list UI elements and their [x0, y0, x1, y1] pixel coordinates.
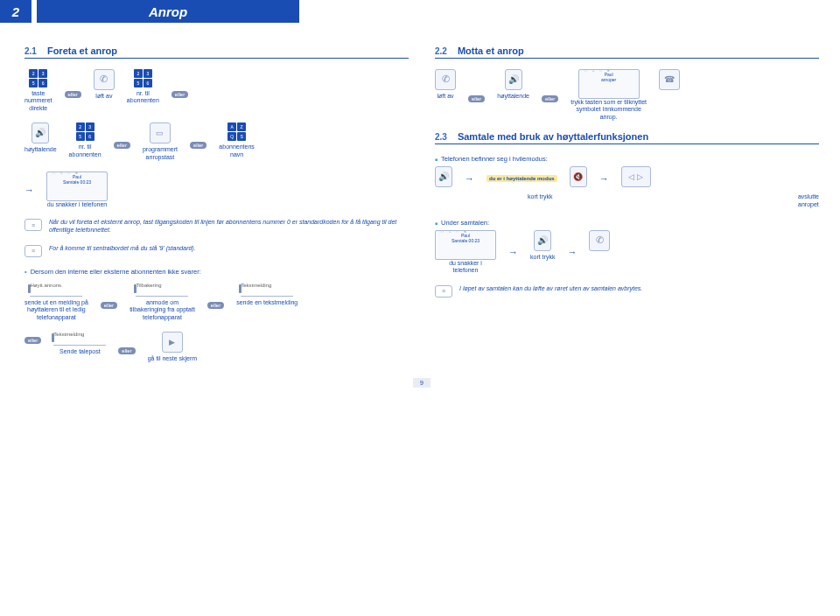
- incoming-phone: [659, 69, 680, 93]
- softkey-1: Høytt.annons. sende ut en melding på høy…: [24, 283, 88, 321]
- section-title: Foreta et anrop: [47, 46, 117, 56]
- softkey-label: Tekstmelding: [241, 283, 293, 297]
- screen-display-2: ∩ ▵ ○ ● Paul Samtale 00:23 du snakker i …: [435, 230, 496, 275]
- lcd-line2: Samtale 00:23: [438, 238, 493, 243]
- label: gå til neste skjerm: [148, 355, 197, 362]
- keypad-icon: 2356: [29, 69, 47, 88]
- next-icon: ▶: [162, 332, 183, 353]
- handset-icon: [435, 69, 456, 90]
- incoming-screen: ∩ ▵ ○ ● Paul anroper trykk tasten som er…: [570, 69, 647, 121]
- label: sende ut en melding på høyttaleren til e…: [24, 299, 88, 321]
- arrow-icon: →: [567, 247, 577, 257]
- prog-key-icon: ▭: [150, 122, 171, 144]
- section-number: 2.1: [24, 46, 37, 56]
- note-text: I løpet av samtalen kan du løfte av røre…: [459, 285, 642, 293]
- short-press: kort trykk: [528, 193, 552, 200]
- or-badge: eller: [24, 337, 41, 344]
- sub-bullet: Dersom den interne eller eksterne abonne…: [24, 268, 409, 276]
- lcd-icon: ∩ ▵ ○ ● Paul Samtale 00:23: [46, 172, 108, 201]
- or-badge: eller: [542, 95, 558, 102]
- section-2-3-head: 2.3 Samtale med bruk av høyttalerfunksjo…: [435, 131, 819, 144]
- page-number: 9: [24, 378, 819, 388]
- label: høyttalende: [497, 93, 529, 100]
- label: programmert anropstast: [143, 146, 178, 161]
- speaker-item: kort trykk: [530, 230, 555, 261]
- lift-handset: løft av: [435, 69, 456, 100]
- label: nr. til abonnenten: [127, 90, 159, 105]
- note-2: ≡ For å komme til sentralbordet må du sl…: [24, 245, 409, 257]
- chapter-number: 2: [0, 0, 32, 23]
- label: trykk tasten som er tilknyttet symbolet …: [570, 99, 647, 121]
- section-2-2-head: 2.2 Motta et anrop: [435, 46, 819, 59]
- chapter-header: 2 Anrop: [0, 0, 840, 23]
- speaker-icon: [435, 166, 452, 187]
- prog-key: ▭ programmert anropstast: [143, 122, 178, 161]
- letter-keys-icon: AZQS: [228, 122, 246, 141]
- section-2-1-head: 2.1 Foreta et anrop: [24, 46, 409, 59]
- page-number-value: 9: [413, 378, 430, 388]
- arrow-icon: →: [24, 185, 34, 195]
- label: abonnentens navn: [219, 144, 254, 158]
- keypad-icon: 2356: [134, 69, 152, 88]
- note-text: Når du vil foreta et eksternt anrop, tas…: [49, 219, 409, 234]
- or-badge: eller: [207, 302, 224, 309]
- speaker-icon: [534, 230, 551, 251]
- label: høyttalende: [24, 146, 57, 153]
- right-column: 2.2 Motta et anrop løft av eller høyttal…: [435, 46, 819, 373]
- label: taste nummeret direkte: [24, 90, 52, 112]
- speaker-item: høyttalende: [24, 122, 57, 153]
- next-screen: ▶ gå til neste skjerm: [148, 332, 197, 362]
- softkey-2: Tilbakering anmode om tilbakeringing fra…: [130, 283, 195, 321]
- or-badge: eller: [190, 142, 206, 149]
- label: kort trykk: [530, 254, 555, 261]
- note-text: For å komme til sentralbordet må du slå …: [49, 245, 196, 253]
- section-number: 2.3: [435, 132, 447, 142]
- softkey-label: Tilbakering: [136, 283, 188, 297]
- label: Sende talepost: [60, 348, 101, 355]
- speaker-icon: [505, 69, 522, 90]
- keypad-item-2: 2356 nr. til abonnenten: [127, 69, 159, 105]
- label: du snakker i telefonen: [449, 260, 482, 275]
- lift-handset: løft av: [94, 69, 115, 100]
- label: sende en tekstmelding: [236, 299, 298, 306]
- or-badge: eller: [101, 302, 117, 309]
- left-column: 2.1 Foreta et anrop 2356 taste nummeret …: [24, 46, 409, 373]
- note-icon: ≡: [435, 285, 452, 298]
- mute-icons: ◁ ▷: [621, 166, 651, 190]
- bullet-idle: Telefonen befinner seg i hvilemodus:: [435, 155, 819, 163]
- label: kort trykk: [528, 193, 552, 200]
- speaker-off: 🔇: [570, 166, 587, 190]
- or-badge: eller: [65, 91, 81, 98]
- arrow-icon: →: [508, 247, 518, 257]
- section-number: 2.2: [435, 46, 447, 56]
- note-1: ≡ Når du vil foreta et eksternt anrop, t…: [24, 219, 409, 234]
- speaker-icon: 🔇: [570, 166, 587, 187]
- softkey-3: Tekstmelding sende en tekstmelding: [236, 283, 298, 306]
- arrow-icon: →: [599, 173, 609, 184]
- note-icon: ≡: [24, 245, 42, 257]
- yellow-note: du er i høyttalende modus: [486, 175, 557, 182]
- bullet-during: Under samtalen:: [435, 219, 819, 227]
- label: anmode om tilbakeringing fra opptatt tel…: [130, 299, 195, 321]
- note-3: ≡ I løpet av samtalen kan du løfte av rø…: [435, 285, 819, 298]
- phone-icon: [659, 69, 680, 90]
- lcd-icon: ∩ ▵ ○ ● Paul anroper: [578, 69, 640, 99]
- softkey-label: Høytt.annons.: [30, 283, 82, 297]
- lcd-icon: ∩ ▵ ○ ● Paul Samtale 00:23: [435, 230, 496, 260]
- label: avslutte anropet: [798, 193, 819, 208]
- label: du snakker i telefonen: [47, 201, 108, 208]
- vol-icon: ◁ ▷: [621, 166, 651, 187]
- softkey-label: Tekstmelding: [53, 332, 106, 346]
- speaker-item: [435, 166, 452, 190]
- lcd-line2: Samtale 00:23: [50, 179, 104, 185]
- or-badge: eller: [468, 95, 485, 102]
- label: løft av: [95, 93, 112, 100]
- keypad-item-3: 2356 nr. til abonnenten: [69, 122, 102, 158]
- handset-icon: [589, 230, 610, 251]
- screen-display: ∩ ▵ ○ ● Paul Samtale 00:23 du snakker i …: [46, 172, 108, 208]
- name-keys: AZQS abonnentens navn: [219, 122, 254, 158]
- arrow-icon: →: [465, 173, 474, 184]
- keypad-icon: 2356: [76, 122, 94, 141]
- keypad-item: 2356 taste nummeret direkte: [24, 69, 52, 112]
- note-icon: ≡: [24, 219, 42, 231]
